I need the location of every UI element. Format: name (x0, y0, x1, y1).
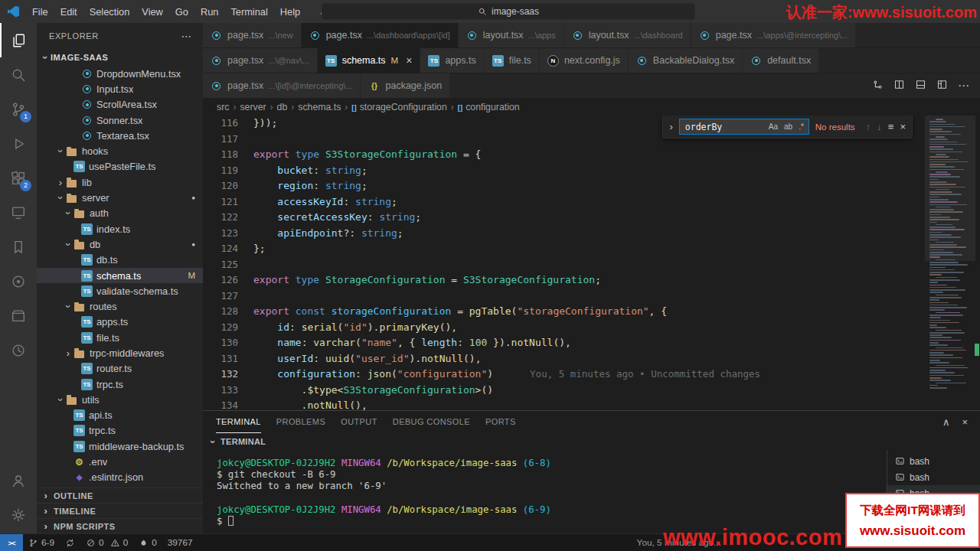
tree-item-trpc-ts[interactable]: TStrpc.ts (37, 423, 203, 439)
tree-item-auth[interactable]: ›auth (37, 206, 203, 221)
terminal-instance[interactable]: bash (887, 453, 980, 469)
activity-containers[interactable] (0, 298, 37, 333)
section-timeline[interactable]: ›TIMELINE (37, 503, 203, 518)
activity-remote-explorer[interactable] (0, 195, 37, 230)
breadcrumb-item[interactable]: schema.ts (298, 102, 341, 112)
activity-explorer[interactable] (0, 23, 37, 57)
tab-package-json[interactable]: {}package.json (361, 73, 450, 98)
panel-tab-output[interactable]: OUTPUT (341, 411, 377, 433)
code-line-119[interactable]: 119 bucket: string; (203, 163, 980, 179)
code-line-128[interactable]: 128export const storageConfiguration = p… (203, 304, 980, 320)
menu-edit[interactable]: Edit (54, 6, 83, 18)
find-previous-icon[interactable]: ↑ (866, 121, 871, 132)
tree-item-api-ts[interactable]: TSapi.ts (37, 408, 203, 423)
terminal-output[interactable]: jokcy@DESKTOP-0J2J9H2 MINGW64 /b/Workspa… (203, 450, 885, 533)
tree-item-utils[interactable]: ›utils (37, 392, 203, 407)
code-line-120[interactable]: 120 region: string; (203, 178, 980, 194)
tree-item-apps-ts[interactable]: TSapps.ts (37, 315, 203, 330)
tree-item-validate-schema-ts[interactable]: TSvalidate-schema.ts (37, 283, 203, 298)
remote-indicator[interactable]: >< (0, 534, 23, 551)
panel-tab-ports[interactable]: PORTS (485, 411, 516, 433)
tab-page-tsx[interactable]: page.tsx...\[id]\@intercepting\... (203, 73, 361, 98)
tree-item-sonner-tsx[interactable]: Sonner.tsx (37, 112, 203, 128)
tree-item-middleware-backup-ts[interactable]: TSmiddleware-backup.ts (37, 439, 203, 454)
workspace-root[interactable]: › IMAGE-SAAS (37, 49, 203, 66)
tab-next-config-js[interactable]: Nnext.config.js (540, 48, 629, 73)
panel-tab-terminal[interactable]: TERMINAL (216, 411, 261, 433)
flame-indicator[interactable]: 0 (133, 534, 162, 551)
activity-extensions[interactable]: 2 (0, 161, 37, 195)
code-line-121[interactable]: 121 accessKeyId: string; (203, 194, 980, 210)
tab-apps-ts[interactable]: TSapps.ts (420, 48, 484, 73)
breadcrumb-item[interactable]: db (277, 102, 288, 112)
find-in-selection-icon[interactable]: ≡ (888, 121, 894, 132)
toggle-panel-button[interactable] (915, 79, 926, 93)
code-line-130[interactable]: 130 name: varchar("name", { length: 100 … (203, 335, 980, 351)
tree-item-trpc-ts[interactable]: TStrpc.ts (37, 377, 203, 392)
menu-terminal[interactable]: Terminal (224, 6, 273, 18)
breadcrumb-item[interactable]: []configuration (458, 102, 520, 112)
code-line-123[interactable]: 123 apiEndpoint?: string; (203, 226, 980, 242)
code-line-127[interactable]: 127 (203, 289, 980, 305)
activity-source-control[interactable]: 1 (0, 92, 37, 126)
sync-button[interactable] (60, 534, 80, 551)
minimap-slider[interactable] (925, 116, 975, 261)
toggle-replace-icon[interactable]: › (669, 121, 672, 132)
tree-item-db-ts[interactable]: TSdb.ts (37, 253, 203, 268)
menu-help[interactable]: Help (274, 6, 306, 18)
code-line-122[interactable]: 122 secretAccessKey: string; (203, 210, 980, 226)
code-line-129[interactable]: 129 id: serial("id").primaryKey(), (203, 320, 980, 336)
tree-item-eslintrc-json[interactable]: ◆.eslintrc.json (37, 470, 203, 485)
tree-item-server[interactable]: ›server● (37, 190, 203, 205)
activity-settings[interactable] (0, 497, 37, 532)
tree-item-trpc-middlewares[interactable]: ›trpc-middlewares (37, 345, 203, 360)
activity-bookmarks[interactable] (0, 230, 37, 264)
menu-go[interactable]: Go (169, 6, 194, 18)
tab-layout-tsx[interactable]: layout.tsx...\apps (459, 23, 564, 47)
tree-item-routes[interactable]: ›routes (37, 298, 203, 314)
breadcrumb-item[interactable]: []storageConfiguration (351, 102, 447, 112)
tree-item-lib[interactable]: ›lib (37, 174, 203, 190)
tab-default-tsx[interactable]: default.tsx (743, 48, 819, 73)
open-changes-button[interactable] (872, 79, 884, 93)
tab-file-ts[interactable]: TSfile.ts (485, 48, 540, 73)
terminal-instance[interactable]: bash (887, 469, 980, 485)
tree-item-usepastefile-ts[interactable]: TSusePasteFile.ts (37, 159, 203, 174)
tree-item-hooks[interactable]: ›hooks (37, 143, 203, 158)
tab-page-tsx[interactable]: page.tsx...\@nav\... (203, 48, 318, 73)
activity-run-debug[interactable] (0, 126, 37, 161)
tab-schema-ts[interactable]: TSschema.tsM× (318, 48, 421, 73)
menu-view[interactable]: View (136, 6, 169, 18)
code-line-134[interactable]: 134 .notNull(), (203, 398, 980, 410)
tree-item-scrollarea-tsx[interactable]: ScrollArea.tsx (37, 97, 203, 112)
find-input[interactable]: orderBy Aa ab .* (679, 119, 809, 135)
panel-tab-problems[interactable]: PROBLEMS (276, 411, 325, 433)
activity-testing[interactable] (0, 264, 37, 298)
maximize-panel-icon[interactable]: ∧ (942, 416, 950, 428)
more-actions-icon[interactable]: ⋯ (958, 79, 969, 93)
code-editor[interactable]: 116}));117118export type S3StorageConfig… (203, 116, 980, 410)
find-next-icon[interactable]: ↓ (877, 121, 882, 132)
code-line-132[interactable]: 132 configuration: json("configuration")… (203, 367, 980, 383)
tree-item-index-ts[interactable]: TSindex.ts (37, 221, 203, 236)
activity-search[interactable] (0, 57, 37, 92)
tree-item-dropdownmenu-tsx[interactable]: DropdownMenu.tsx (37, 66, 203, 81)
explorer-actions-icon[interactable]: ⋯ (181, 30, 192, 42)
menu-selection[interactable]: Selection (83, 6, 136, 18)
terminal-section-header[interactable]: › TERMINAL (203, 433, 980, 450)
close-find-icon[interactable]: × (900, 121, 906, 132)
code-line-124[interactable]: 124}; (203, 241, 980, 257)
panel-tab-debug-console[interactable]: DEBUG CONSOLE (393, 411, 470, 433)
code-line-126[interactable]: 126export type StorageConfiguration = S3… (203, 272, 980, 289)
code-line-118[interactable]: 118export type S3StorageConfiguration = … (203, 147, 980, 163)
activity-history[interactable] (0, 333, 37, 367)
tree-item-env[interactable]: ⚙.env (37, 454, 203, 469)
menu-run[interactable]: Run (194, 6, 224, 18)
section-npm-scripts[interactable]: ›NPM SCRIPTS (37, 518, 203, 533)
tree-item-textarea-tsx[interactable]: Textarea.tsx (37, 128, 203, 143)
breadcrumb-item[interactable]: server (240, 102, 266, 112)
counter-indicator[interactable]: 39767 (162, 534, 198, 551)
tree-item-file-ts[interactable]: TSfile.ts (37, 330, 203, 345)
whole-word-icon[interactable]: ab (782, 122, 794, 132)
code-line-131[interactable]: 131 userId: uuid("user_id").notNull(), (203, 351, 980, 367)
